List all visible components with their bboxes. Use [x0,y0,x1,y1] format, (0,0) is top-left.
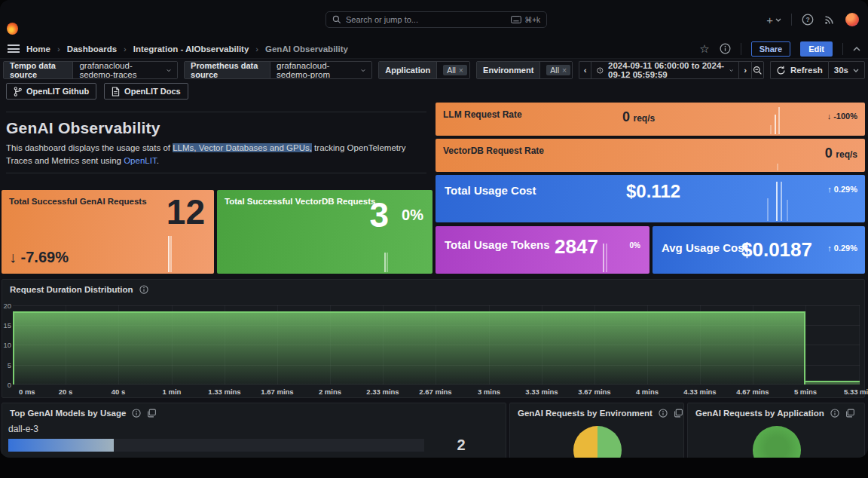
histogram-plot-area[interactable] [13,305,860,385]
x-tick: 2.33 mins [366,388,399,396]
tempo-datasource-picker[interactable]: Tempo data source grafanacloud-sedemo-tr… [3,61,178,79]
dashboard-controls: Tempo data source grafanacloud-sedemo-tr… [0,59,868,81]
chevron-down-icon [167,69,171,72]
prometheus-datasource-value[interactable]: grafanacloud-sedemo-prom [277,61,356,79]
panel-avg-usage-cost[interactable]: Avg Usage Cost $0.0187 ↑ 0.29% [653,226,865,274]
search-icon [332,15,341,24]
panel-links-icon[interactable] [674,409,683,418]
dashboard-description: This dashboard displays the usage stats … [6,142,413,167]
panel-total-successful-vectordb-requests[interactable]: Total Successful VectorDB Requests 3 0% [217,190,432,274]
sparkline [387,253,388,272]
time-range-text: 2024-09-11 06:00:00 to 2024-09-12 05:59:… [608,61,725,79]
bar-category-label: dall-e-3 [8,424,506,434]
breadcrumb-separator-icon: › [124,44,127,54]
panel-total-usage-cost[interactable]: Total Usage Cost $0.112 ↑ 0.29% [436,175,865,222]
pie-chart-environment[interactable] [573,426,622,458]
breadcrumb-dashboards[interactable]: Dashboards [67,44,117,54]
description-highlight: LLMs, Vector Databases and GPUs, [173,143,312,152]
x-tick: 20 s [59,388,73,396]
breadcrumb-bar: Home › Dashboards › Integration - AIObse… [0,39,868,59]
time-range-picker[interactable]: 2024-09-11 06:00:00 to 2024-09-12 05:59:… [591,61,738,79]
stat-value: 0 [825,146,833,161]
insights-info-icon[interactable] [720,43,731,54]
remove-tag-icon[interactable]: × [459,66,463,75]
stat-trend: ↑ 0.29% [827,244,857,253]
stat-value: 12 [167,192,205,232]
panel-llm-request-rate[interactable]: LLM Request Rate 0 req/s ↓ -100% [436,103,865,136]
prometheus-datasource-picker[interactable]: Prometheus data source grafanacloud-sede… [184,61,372,79]
panel-genai-requests-by-environment[interactable]: GenAI Requests by Environment [509,403,684,458]
panel-genai-requests-by-application[interactable]: GenAI Requests by Application [687,403,865,458]
breadcrumb-home[interactable]: Home [26,44,50,54]
bar-track [8,439,424,452]
y-tick: 0 [3,381,11,389]
sparkline [775,115,776,134]
x-tick: 2.67 mins [419,388,451,396]
application-selected-tag[interactable]: All× [443,65,467,75]
refresh-interval-picker[interactable]: 30s [828,61,865,79]
x-tick: 3 mins [478,388,500,396]
github-icon [14,87,22,97]
chevron-up-icon[interactable] [853,47,860,51]
panel-title: Request Duration Distribution [10,285,133,294]
panel-total-usage-tokens[interactable]: Total Usage Tokens 2847 0% [436,226,649,274]
panel-title: Total Usage Cost [445,184,536,197]
time-shift-forward-button[interactable]: › [738,61,751,79]
openlit-github-link[interactable]: OpenLIT Github [6,83,96,100]
panel-title: GenAI Requests by Application [695,409,824,418]
grafana-logo-icon[interactable] [7,23,18,35]
panel-request-duration-distribution[interactable]: Request Duration Distribution 20 15 10 5… [2,279,865,398]
pie-chart-application[interactable] [753,426,801,458]
remove-tag-icon[interactable]: × [562,66,567,75]
breadcrumb-current: GenAI Observability [265,44,348,54]
star-icon[interactable]: ☆ [699,43,709,54]
news-rss-icon[interactable] [824,14,836,26]
sparkline [603,244,604,272]
openlit-docs-link[interactable]: OpenLIT Docs [104,83,188,100]
panel-total-successful-genai-requests[interactable]: Total Successful GenAI Requests 12 ↓ -7.… [2,190,214,274]
sparkline [778,107,780,134]
panel-top-genai-models[interactable]: Top GenAI Models by Usage dall-e-3 2 gpt… [2,403,506,458]
chevron-down-icon [729,69,733,72]
environment-selected-tag[interactable]: All× [546,65,570,75]
openlit-inline-link[interactable]: OpenLIT [124,156,156,165]
info-icon[interactable] [659,409,668,418]
panel-links-icon[interactable] [147,409,157,418]
svg-text:?: ? [805,16,809,23]
x-tick: 5 mins [794,388,817,396]
menu-hamburger-icon[interactable] [8,44,20,53]
info-icon[interactable] [830,409,839,418]
breadcrumb-folder[interactable]: Integration - AIObservability [133,44,249,54]
panel-title: VectorDB Request Rate [443,146,544,156]
dashboard-grid: GenAI Observability This dashboard displ… [0,101,868,458]
panel-title: Total Successful VectorDB Requests [225,197,375,206]
tempo-datasource-value[interactable]: grafanacloud-sedemo-traces [79,61,161,79]
help-icon[interactable]: ? [802,14,814,26]
panel-links-icon[interactable] [845,409,855,418]
zoom-out-time-button[interactable] [751,61,764,79]
tempo-datasource-label: Tempo data source [4,62,73,78]
y-tick: 15 [3,321,11,329]
x-tick: 1.33 mins [208,388,240,396]
intro-text-panel: GenAI Observability This dashboard displ… [6,112,426,173]
panel-vectordb-request-rate[interactable]: VectorDB Request Rate 0 req/s [436,139,865,172]
edit-button[interactable]: Edit [800,41,833,57]
application-variable-picker[interactable]: Application All× × [378,61,470,79]
time-shift-back-button[interactable]: ‹ [579,61,591,79]
refresh-interval-value: 30s [834,66,848,75]
divider [791,14,792,26]
info-icon[interactable] [139,285,148,294]
grafana-window: Search or jump to... ⌘+k + ? Home › Dash… [0,0,868,458]
search-input[interactable]: Search or jump to... ⌘+k [326,11,547,28]
sparkline [168,236,170,272]
user-avatar[interactable] [845,13,859,26]
chevron-down-icon [853,69,859,72]
info-icon[interactable] [132,409,141,418]
breadcrumb-separator-icon: › [255,44,258,54]
add-button[interactable]: + [766,14,781,26]
x-tick: 2 mins [319,388,341,396]
environment-variable-picker[interactable]: Environment All× × [476,61,573,79]
panel-title: LLM Request Rate [443,109,522,120]
refresh-button[interactable]: Refresh [770,61,828,79]
share-button[interactable]: Share [751,41,791,57]
